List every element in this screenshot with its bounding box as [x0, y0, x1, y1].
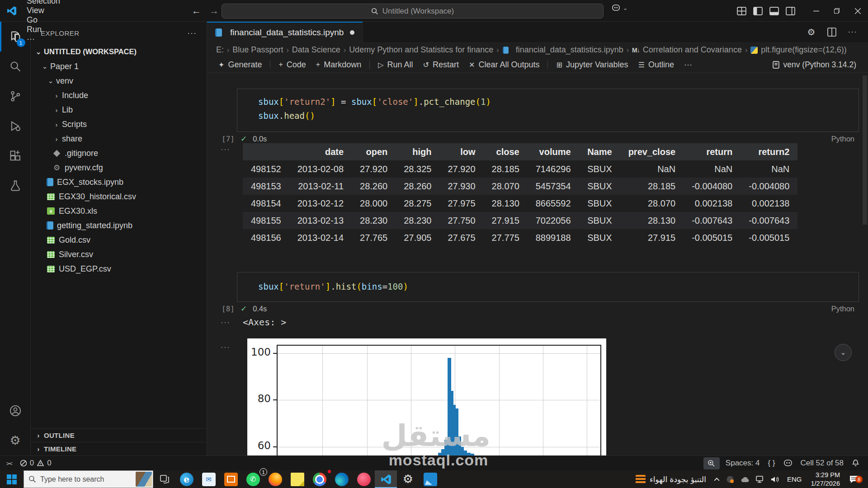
- onedrive-icon[interactable]: [737, 476, 753, 483]
- photos-taskbar-button[interactable]: [419, 470, 441, 488]
- close-button[interactable]: [847, 0, 868, 22]
- split-editor-icon[interactable]: [827, 28, 836, 37]
- testing-activity-icon[interactable]: [0, 171, 31, 201]
- run-debug-activity-icon[interactable]: [0, 111, 31, 141]
- source-control-activity-icon[interactable]: [0, 81, 31, 111]
- problems-indicator[interactable]: 0 0: [16, 456, 56, 470]
- toolbar-clear-all-outputs[interactable]: ✕Clear All Outputs: [464, 60, 544, 70]
- breadcrumb-item[interactable]: Blue Passport: [232, 45, 283, 55]
- nav-back-icon[interactable]: ←: [192, 5, 201, 16]
- editor-more-actions[interactable]: ···: [848, 28, 857, 36]
- minimize-button[interactable]: [806, 0, 826, 22]
- edge-taskbar-button[interactable]: [330, 470, 353, 488]
- tree-item-egx30-historical-csv[interactable]: EGX30_historical.csv: [31, 189, 207, 204]
- breadcrumb-item[interactable]: Data Science: [292, 45, 340, 55]
- sidebar-section-timeline[interactable]: ›TIMELINE: [31, 442, 207, 455]
- accounts-icon[interactable]: [0, 396, 31, 426]
- cell-language-2[interactable]: Python: [831, 302, 854, 315]
- tree-item-gold-csv[interactable]: Gold.csv: [31, 233, 207, 247]
- volume-icon[interactable]: [768, 476, 783, 483]
- tree-item-egx-stocks-ipynb[interactable]: EGX_stocks.ipynb: [31, 175, 207, 189]
- tree-item-pyvenv-cfg[interactable]: ⚙pyvenv.cfg: [31, 160, 207, 175]
- chrome-taskbar-button[interactable]: [308, 470, 330, 488]
- tree-item-getting-started-ipynb[interactable]: getting_started.ipynb: [31, 218, 207, 233]
- sidebar-section-outline[interactable]: ›OUTLINE: [31, 428, 207, 442]
- output-more-actions[interactable]: ···: [221, 343, 230, 352]
- taskbar-search-box[interactable]: Type here to search: [24, 470, 153, 488]
- firefox-taskbar-button[interactable]: [264, 470, 286, 488]
- code-cell-2[interactable]: sbux['return'].hist(bins=100): [237, 272, 859, 302]
- tray-expand-chevron[interactable]: [711, 477, 723, 481]
- sticky-notes-taskbar-button[interactable]: [286, 470, 308, 488]
- menu-item-view[interactable]: View: [22, 6, 65, 15]
- tree-item-usd-egp-csv[interactable]: USD_EGP.csv: [31, 262, 207, 276]
- settings-taskbar-button[interactable]: ⚙: [397, 470, 419, 488]
- customize-layout-icon[interactable]: [737, 6, 746, 16]
- kernel-picker[interactable]: venv (Python 3.14.2): [773, 60, 856, 70]
- breadcrumb-item[interactable]: E:: [216, 45, 224, 55]
- toggle-panel-icon[interactable]: [769, 6, 779, 16]
- red-app-taskbar-button[interactable]: [353, 470, 375, 488]
- toolbar-markdown[interactable]: +Markdown: [311, 60, 366, 70]
- nav-forward-icon[interactable]: →: [209, 5, 219, 16]
- cell-position-indicator[interactable]: Cell 52 of 58: [797, 456, 848, 470]
- taskbar-clock[interactable]: 3:29 PM 1/27/2026: [806, 471, 844, 488]
- tree-item-include[interactable]: ›Include: [31, 88, 207, 103]
- tray-status-icon[interactable]: [723, 475, 737, 483]
- menu-item-go[interactable]: Go: [22, 15, 65, 25]
- toolbar--[interactable]: ···: [679, 60, 697, 70]
- menu-item-selection[interactable]: Selection: [22, 0, 65, 6]
- breadcrumb-item[interactable]: M↓Correlation and Covariance: [632, 45, 742, 55]
- indentation-indicator[interactable]: Spaces: 4: [722, 456, 764, 470]
- workspace-root-row[interactable]: ⌄ UNTITLED (WORKSPACE): [31, 44, 207, 59]
- notebook-settings-gear-icon[interactable]: ⚙: [807, 27, 816, 38]
- code-cell-1[interactable]: sbux['return2'] = sbux['close'].pct_chan…: [237, 89, 859, 132]
- breadcrumb-item[interactable]: Udemy Python and Statistics for finance: [349, 45, 493, 55]
- copilot-menu[interactable]: ⌄: [611, 5, 627, 12]
- toolbar-outline[interactable]: ☰Outline: [633, 60, 679, 70]
- explorer-more-actions[interactable]: ···: [187, 28, 197, 38]
- code-editor-1[interactable]: sbux['return2'] = sbux['close'].pct_chan…: [237, 89, 859, 123]
- remote-indicator[interactable]: ><: [0, 456, 16, 470]
- weather-widget[interactable]: التنبؤ بجودة الهواء: [631, 475, 711, 484]
- tree-item-paper-1[interactable]: ⌄Paper 1: [31, 59, 207, 74]
- whatsapp-taskbar-button[interactable]: ✆1: [242, 470, 264, 488]
- scroll-to-next-cell-button[interactable]: ⌄: [835, 344, 852, 361]
- tree-item-scripts[interactable]: ›Scripts: [31, 117, 207, 131]
- menu-item-run[interactable]: Run: [22, 25, 65, 34]
- modified-dot-icon[interactable]: [350, 30, 354, 35]
- mail-taskbar-button[interactable]: ✉: [198, 470, 220, 488]
- settings-gear-icon[interactable]: ⚙: [0, 426, 31, 455]
- tree-item-silver-csv[interactable]: Silver.csv: [31, 247, 207, 262]
- vscode-taskbar-button[interactable]: [375, 470, 397, 488]
- store-taskbar-button[interactable]: [220, 470, 242, 488]
- tree-item--gitignore[interactable]: .gitignore: [31, 146, 207, 160]
- breadcrumb-item[interactable]: financial_data_statistics.ipynb: [502, 45, 623, 55]
- maximize-button[interactable]: [826, 0, 847, 22]
- copilot-status[interactable]: [779, 456, 797, 470]
- search-activity-icon[interactable]: [0, 52, 31, 81]
- menu-item-[interactable]: ···: [22, 34, 65, 44]
- toolbar-generate[interactable]: ✦Generate: [213, 60, 267, 70]
- tab-financial-data-statistics[interactable]: financial_data_statistics.ipynb: [207, 22, 363, 43]
- network-icon[interactable]: [753, 476, 768, 483]
- output-more-actions[interactable]: ···: [221, 318, 230, 327]
- zoom-indicator[interactable]: [703, 457, 720, 469]
- search-highlight-image[interactable]: [136, 472, 152, 487]
- tree-item-share[interactable]: ›share: [31, 131, 207, 146]
- notifications-bell[interactable]: [848, 456, 863, 470]
- edge-legacy-taskbar-button[interactable]: e: [175, 470, 198, 488]
- toolbar-code[interactable]: +Code: [274, 60, 311, 70]
- command-center-search[interactable]: Untitled (Workspace): [222, 4, 604, 19]
- language-mode-indicator[interactable]: { }: [764, 456, 779, 470]
- input-language-indicator[interactable]: ENG: [783, 475, 807, 483]
- code-editor-2[interactable]: sbux['return'].hist(bins=100): [237, 272, 859, 294]
- toolbar-restart[interactable]: ↺Restart: [418, 60, 464, 70]
- tree-item-egx30-xls[interactable]: xEGX30.xls: [31, 204, 207, 218]
- editor-scrollbar[interactable]: [863, 75, 867, 225]
- tree-item-lib[interactable]: ›Lib: [31, 103, 207, 117]
- breadcrumb-item[interactable]: plt.figure(figsize=(12,6)): [750, 45, 847, 55]
- toolbar-run-all[interactable]: ▷Run All: [373, 60, 418, 70]
- start-button[interactable]: [0, 470, 24, 488]
- toggle-secondary-sidebar-icon[interactable]: [786, 6, 795, 16]
